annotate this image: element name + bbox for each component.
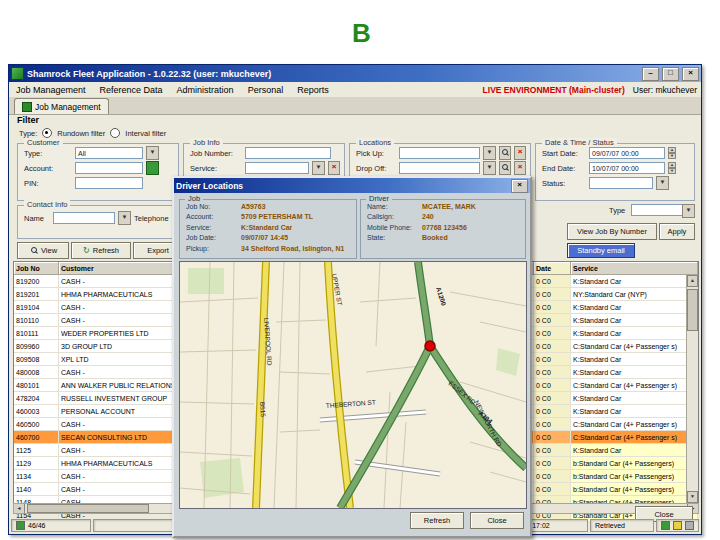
menu-reports[interactable]: Reports [290,84,336,96]
cell-service: b:Standard Car (4+ Passengers) [571,470,698,482]
tab-label: Job Management [35,102,101,112]
menu-administration[interactable]: Administration [170,84,241,96]
cell-service: NY:Standard Car (NYP) [571,288,698,300]
clear-service-icon[interactable]: × [328,161,340,175]
maximize-button[interactable]: □ [662,67,679,81]
minimize-button[interactable]: – [642,67,659,81]
header-job-no[interactable]: Job No [14,262,59,275]
start-date-label: Start Date: [542,149,586,158]
telephone-label: Telephone [134,214,172,223]
chevron-down-icon[interactable]: ▼ [682,204,695,218]
dialog-close-button[interactable]: Close [470,512,524,529]
scroll-left-icon[interactable]: ◄ [14,504,25,513]
pickup-input[interactable] [399,147,480,159]
search-icon[interactable] [499,161,511,175]
radio-rundown-filter[interactable] [42,128,52,138]
account-input[interactable] [75,162,143,174]
job-field-value: 34 Shelford Road, Islington, N1 [241,244,344,253]
clear-dropoff-icon[interactable]: × [514,161,526,175]
driver-field-value: Booked [422,233,448,242]
job-number-label: Job Number: [190,149,242,158]
environment-label: LIVE ENVIRONMENT (Main-cluster) [483,85,625,95]
cell-date: 0 C0 [534,418,571,430]
menu-reference-data[interactable]: Reference Data [93,84,170,96]
datetime-legend: Date & Time / Status [542,138,617,147]
chevron-down-icon[interactable]: ▼ [656,176,669,190]
header-service[interactable]: Service [571,262,698,275]
customer-type-select[interactable]: All [75,147,143,159]
cell-date: 0 C0 [534,275,571,287]
status-label: Status: [542,179,586,188]
clear-pickup-icon[interactable]: × [514,146,526,160]
status-indicators [656,519,699,532]
pin-input[interactable] [75,177,143,189]
view-job-by-number-button[interactable]: View Job By Number [567,223,657,240]
cell-service: C:Standard Car (4+ Passenger s) [571,431,698,443]
start-date-stepper[interactable]: ▲▼ [668,147,676,159]
scroll-up-icon[interactable]: ▲ [687,275,698,287]
close-window-button[interactable]: × [682,67,699,81]
end-date-input[interactable]: 10/07/07 00:00 [589,162,665,174]
map-svg: UPPER ST LIVERPOOL RD B515 ESSEX RD A104… [180,262,526,508]
cell-date: 0 C0 [534,392,571,404]
job-field-label: Service: [186,223,238,232]
refresh-button[interactable]: ↻ Refresh [71,242,131,259]
status-green-icon [16,521,25,530]
header-date[interactable]: Date [534,262,571,275]
chevron-down-icon[interactable]: ▼ [118,211,131,225]
service-label: Service: [190,164,242,173]
cell-job-no: 1140 [14,483,59,495]
job-field-value: K:Standard Car [241,223,292,232]
end-date-stepper[interactable]: ▲▼ [668,162,676,174]
type2-select[interactable] [631,204,685,216]
cell-job-no: 809960 [14,340,59,352]
end-date-label: End Date: [542,164,586,173]
radio-interval-filter[interactable] [110,128,120,138]
cell-customer: 3D GROUP LTD [59,340,184,352]
driver-map[interactable]: UPPER ST LIVERPOOL RD B515 ESSEX RD A104… [179,261,527,509]
scroll-thumb[interactable] [27,504,149,513]
radio-rundown-label: Rundown filter [57,129,105,138]
tab-job-management[interactable]: Job Management [14,98,109,114]
account-lookup-button[interactable] [146,161,159,175]
cell-job-no: 810110 [14,314,59,326]
pin-label: PIN: [24,179,72,188]
header-customer[interactable]: Customer [59,262,184,275]
cell-service: K:Standard Car [571,353,698,365]
status-count: 46/46 [11,519,91,532]
job-field: Service: K:Standard Car [186,223,353,232]
chevron-down-icon[interactable]: ▼ [312,161,325,175]
close-dialog-icon[interactable]: × [511,179,528,193]
cell-service: C:Standard Car (4+ Passenger s) [571,418,698,430]
cell-service: b:Standard Car (4+ Passengers) [571,457,698,469]
service-select[interactable] [245,162,309,174]
search-icon[interactable] [499,146,511,160]
chevron-down-icon[interactable]: ▼ [483,146,496,160]
dialog-refresh-button[interactable]: Refresh [410,512,464,529]
pickup-label: Pick Up: [356,149,396,158]
standby-email-button[interactable]: Standby email [567,243,635,258]
cell-job-no: 819201 [14,288,59,300]
cell-service: C:Standard Car (4+ Passenger s) [571,340,698,352]
cell-customer: WEDER PROPERTIES LTD [59,327,184,339]
scroll-down-icon[interactable]: ▼ [687,491,698,503]
chevron-down-icon[interactable]: ▼ [146,146,159,160]
contact-name-select[interactable] [53,212,115,224]
job-number-input[interactable] [245,147,331,159]
scroll-thumb[interactable] [687,289,698,331]
menu-job-management[interactable]: Job Management [9,84,93,96]
cell-customer: PERSONAL ACCOUNT [59,405,184,417]
driver-field: State: Booked [367,233,522,242]
dialog-title: Driver Locations [176,181,508,191]
menu-personal[interactable]: Personal [241,84,291,96]
view-button[interactable]: View [17,242,69,259]
start-date-input[interactable]: 09/07/07 00:00 [589,147,665,159]
dropoff-input[interactable] [399,162,480,174]
chevron-down-icon[interactable]: ▼ [483,161,496,175]
filter-type-label: Type: [19,129,37,138]
apply-button[interactable]: Apply [659,223,695,240]
status-select[interactable] [589,177,653,189]
grid-vertical-scrollbar[interactable]: ▲ ▼ [686,275,698,503]
view-button-label: View [41,246,57,255]
cell-date: 0 C0 [534,366,571,378]
